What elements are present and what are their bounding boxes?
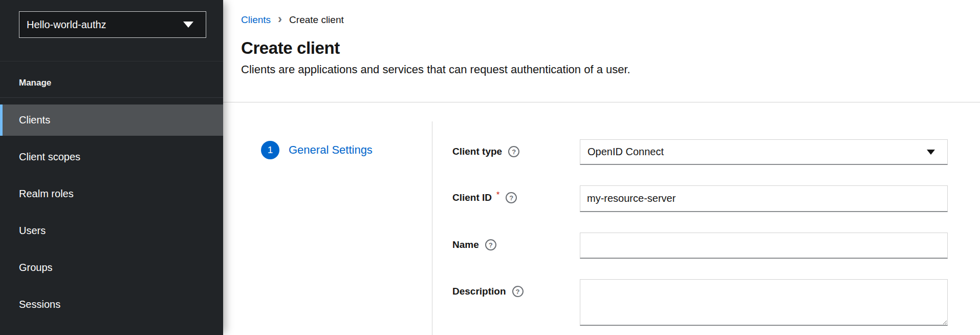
field-row-name: Name ? [452,233,948,259]
breadcrumb-link-clients[interactable]: Clients [241,14,271,26]
name-label-text: Name [452,239,479,250]
page-header: Clients › Create client Create client Cl… [223,0,980,102]
field-row-client-id: Client ID * ? [452,185,948,212]
nav-divider [0,97,223,98]
client-id-input[interactable] [580,185,948,212]
client-id-label-text: Client ID [452,192,492,203]
main-content: Clients › Create client Create client Cl… [223,0,980,335]
step-number-badge: 1 [261,141,279,159]
help-icon[interactable]: ? [485,239,496,250]
breadcrumb-separator-icon: › [278,13,282,25]
sidebar-item-client-scopes[interactable]: Client scopes [0,141,223,173]
wizard-steps-nav: 1 General Settings [223,102,432,335]
client-type-select[interactable]: OpenID Connect [580,139,948,165]
name-label: Name ? [452,233,580,250]
sidebar-header: Hello-world-authz [0,11,223,61]
realm-selector-label: Hello-world-authz [27,19,106,31]
client-type-label-text: Client type [452,146,502,157]
name-input[interactable] [580,233,948,259]
name-control [580,233,948,259]
chevron-down-icon [927,150,935,155]
sidebar: Hello-world-authz Manage Clients Client … [0,0,223,335]
sidebar-item-sessions[interactable]: Sessions [0,289,223,320]
page-title: Create client [241,38,980,58]
description-textarea[interactable] [580,279,948,326]
nav-section-title: Manage [19,78,223,88]
sidebar-item-events[interactable]: Events [0,326,223,335]
client-type-control: OpenID Connect [580,139,948,165]
help-icon[interactable]: ? [512,286,524,297]
step-label: General Settings [289,143,373,157]
wizard-layout: 1 General Settings Client type ? OpenID … [223,102,980,335]
wizard-step-general-settings[interactable]: 1 General Settings [261,141,432,159]
client-type-label: Client type ? [452,139,580,157]
sidebar-nav: Clients Client scopes Realm roles Users … [0,104,223,335]
chevron-down-icon [183,22,193,28]
description-label: Description ? [452,279,580,297]
breadcrumb: Clients › Create client [241,14,980,26]
field-row-client-type: Client type ? OpenID Connect [452,139,948,165]
realm-selector-dropdown[interactable]: Hello-world-authz [19,11,206,38]
help-icon[interactable]: ? [506,192,517,203]
sidebar-item-users[interactable]: Users [0,215,223,246]
sidebar-item-clients[interactable]: Clients [0,104,223,136]
field-row-description: Description ? [452,279,948,328]
required-indicator: * [496,191,499,200]
sidebar-item-groups[interactable]: Groups [0,252,223,283]
description-label-text: Description [452,286,506,297]
description-control [580,279,948,328]
page-subtitle: Clients are applications and services th… [241,63,980,76]
breadcrumb-current: Create client [289,14,344,26]
client-type-selected-value: OpenID Connect [587,146,664,158]
client-id-control [580,185,948,212]
create-client-form: Client type ? OpenID Connect Client ID *… [432,102,948,335]
help-icon[interactable]: ? [508,146,519,157]
sidebar-item-realm-roles[interactable]: Realm roles [0,178,223,210]
client-id-label: Client ID * ? [452,185,580,203]
